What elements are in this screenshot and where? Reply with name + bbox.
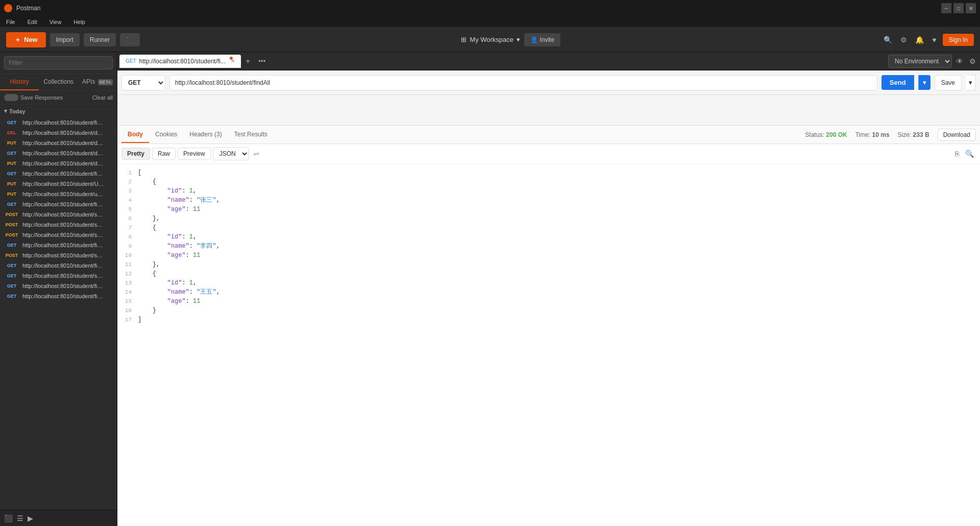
search-response-icon-btn[interactable]: 🔍 bbox=[963, 149, 976, 159]
tab-collections[interactable]: Collections bbox=[39, 74, 78, 90]
history-item[interactable]: GEThttp://localhost:8010/student/findAll bbox=[0, 199, 117, 209]
code-text: [ bbox=[138, 168, 141, 177]
layout-button[interactable]: ⬛ bbox=[120, 33, 140, 46]
menu-view[interactable]: View bbox=[47, 18, 64, 26]
tab-apis[interactable]: APIs BETA bbox=[78, 74, 117, 90]
history-item[interactable]: POSThttp://localhost:8010/student/save bbox=[0, 220, 117, 230]
line-number: 10 bbox=[121, 251, 138, 260]
view-pretty-button[interactable]: Pretty bbox=[121, 148, 150, 160]
settings-icon-btn[interactable]: ⚙ bbox=[898, 34, 909, 46]
resp-tab-cookies[interactable]: Cookies bbox=[149, 127, 183, 143]
history-item[interactable]: GEThttp://localhost:8010/student/findAll bbox=[0, 117, 117, 128]
filter-input[interactable] bbox=[4, 56, 113, 69]
history-item[interactable]: GEThttp://localhost:8010/student/delete/… bbox=[0, 148, 117, 158]
environment-select[interactable]: No Environment bbox=[888, 55, 952, 68]
history-item[interactable]: GEThttp://localhost:8010/student/findAll bbox=[0, 240, 117, 250]
tab-history[interactable]: History bbox=[0, 74, 39, 90]
invite-button[interactable]: 👤 Invite bbox=[524, 33, 560, 46]
workspace-button[interactable]: ⊞ My Workspace ▾ bbox=[461, 36, 520, 43]
download-button[interactable]: Download bbox=[938, 129, 976, 141]
code-text: ] bbox=[138, 315, 141, 324]
history-item[interactable]: GEThttp://localhost:8010/student/findAll bbox=[0, 260, 117, 271]
history-item[interactable]: POSThttp://localhost:8010/student/save bbox=[0, 230, 117, 240]
time-label: Time: 10 ms bbox=[855, 131, 890, 138]
env-eye-icon[interactable]: 👁 bbox=[954, 55, 965, 67]
cookies-icon[interactable]: ☰ bbox=[17, 514, 23, 522]
history-item[interactable]: PUThttp://localhost:8010/student/deleteB… bbox=[0, 138, 117, 148]
history-item[interactable]: PUThttp://localhost:8010/student/delete/… bbox=[0, 158, 117, 169]
import-button[interactable]: Import bbox=[50, 33, 80, 46]
new-button[interactable]: ＋ New bbox=[6, 32, 46, 47]
line-number: 17 bbox=[121, 315, 138, 324]
minimize-button[interactable]: ─ bbox=[941, 3, 951, 13]
menu-file[interactable]: File bbox=[4, 18, 17, 26]
copy-icon-btn[interactable]: ⎘ bbox=[953, 149, 961, 159]
history-item[interactable]: GEThttp://localhost:8010/student/save bbox=[0, 271, 117, 281]
history-item[interactable]: PUThttp://localhost:8010/student/Update bbox=[0, 179, 117, 189]
url-input[interactable] bbox=[169, 75, 877, 90]
history-url: http://localhost:8010/student/save bbox=[22, 232, 104, 238]
history-item[interactable]: DELhttp://localhost:8010/student/deleteB… bbox=[0, 128, 117, 138]
save-responses-switch[interactable] bbox=[4, 94, 18, 101]
close-button[interactable]: ✕ bbox=[966, 3, 976, 13]
history-item[interactable]: PUThttp://localhost:8010/student/update bbox=[0, 189, 117, 199]
menu-edit[interactable]: Edit bbox=[26, 18, 39, 26]
json-format-select[interactable]: JSON bbox=[213, 147, 249, 160]
save-dropdown-button[interactable]: ▾ bbox=[966, 75, 976, 90]
clear-all-button[interactable]: Clear all bbox=[92, 94, 113, 101]
resp-tab-body[interactable]: Body bbox=[121, 127, 149, 143]
view-raw-button[interactable]: Raw bbox=[152, 148, 176, 160]
tab-more-button[interactable]: ••• bbox=[254, 55, 270, 67]
titlebar-left: Postman bbox=[4, 4, 40, 12]
restore-button[interactable]: □ bbox=[953, 3, 964, 13]
heart-icon-btn[interactable]: ♥ bbox=[930, 34, 938, 46]
method-badge: PUT bbox=[4, 140, 19, 146]
send-dropdown-button[interactable]: ▾ bbox=[918, 75, 930, 90]
history-url: http://localhost:8010/student/Update bbox=[22, 181, 104, 187]
line-number: 13 bbox=[121, 278, 138, 288]
history-url: http://localhost:8010/student/findAll bbox=[22, 262, 104, 269]
save-responses-toggle: Save Responses bbox=[4, 94, 63, 101]
line-number: 14 bbox=[121, 288, 138, 297]
menu-help[interactable]: Help bbox=[71, 18, 87, 26]
code-text: "age": 11 bbox=[138, 297, 200, 306]
wrap-icon[interactable]: ⇌ bbox=[251, 148, 261, 160]
send-button[interactable]: Send bbox=[881, 75, 914, 90]
notification-icon-btn[interactable]: 🔔 bbox=[913, 34, 926, 46]
history-item[interactable]: POSThttp://localhost:8010/student/save bbox=[0, 209, 117, 220]
search-icon-btn[interactable]: 🔍 bbox=[881, 34, 894, 46]
response-header: Body Cookies Headers (3) Test Results St… bbox=[117, 126, 980, 144]
code-line: 15 "age": 11 bbox=[121, 297, 976, 306]
add-tab-button[interactable]: + bbox=[241, 55, 254, 68]
tab-modified-dot bbox=[230, 57, 233, 60]
line-number: 8 bbox=[121, 232, 138, 242]
chevron-down-icon: ▾ bbox=[517, 36, 520, 43]
runner-footer-icon[interactable]: ▶ bbox=[28, 514, 33, 522]
view-preview-button[interactable]: Preview bbox=[178, 148, 211, 160]
history-item[interactable]: POSThttp://localhost:8010/student/save bbox=[0, 250, 117, 260]
menubar: File Edit View Help bbox=[0, 16, 980, 28]
code-line: 12 { bbox=[121, 269, 976, 278]
history-item[interactable]: GEThttp://localhost:8010/student/findByl… bbox=[0, 281, 117, 291]
history-item[interactable]: GEThttp://localhost:8010/student/findAll bbox=[0, 169, 117, 179]
request-tab-active[interactable]: GET http://localhost:8010/student/fi... … bbox=[119, 55, 241, 68]
method-badge: GET bbox=[4, 273, 19, 278]
code-text: }, bbox=[138, 214, 160, 223]
method-select[interactable]: GET POST PUT DELETE PATCH bbox=[121, 75, 165, 90]
response-section: Body Cookies Headers (3) Test Results St… bbox=[117, 126, 980, 526]
method-badge: GET bbox=[4, 120, 19, 125]
signin-button[interactable]: Sign In bbox=[943, 34, 974, 46]
console-icon[interactable]: ⬛ bbox=[4, 514, 13, 522]
titlebar: Postman ─ □ ✕ bbox=[0, 0, 980, 16]
content-area: GET http://localhost:8010/student/fi... … bbox=[117, 52, 980, 526]
resp-tab-headers[interactable]: Headers (3) bbox=[183, 127, 228, 143]
code-text: "age": 11 bbox=[138, 205, 200, 214]
env-settings-icon[interactable]: ⚙ bbox=[967, 55, 978, 67]
runner-button[interactable]: Runner bbox=[84, 33, 116, 46]
resp-tab-test-results[interactable]: Test Results bbox=[228, 127, 274, 143]
today-header: ▾ Today bbox=[0, 105, 117, 117]
history-url: http://localhost:8010/student/delete/5 bbox=[22, 160, 104, 166]
save-button[interactable]: Save bbox=[935, 75, 962, 90]
response-tabs: Body Cookies Headers (3) Test Results bbox=[121, 127, 274, 143]
history-item[interactable]: GEThttp://localhost:8010/student/findAll bbox=[0, 291, 117, 301]
